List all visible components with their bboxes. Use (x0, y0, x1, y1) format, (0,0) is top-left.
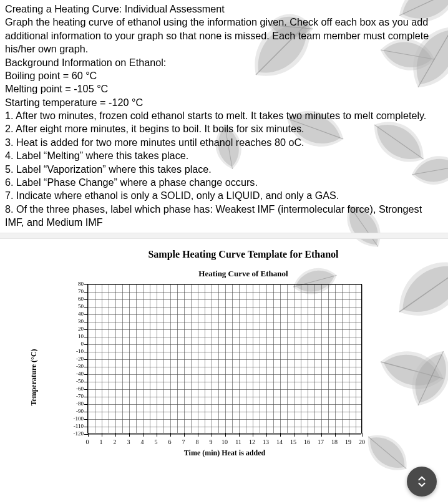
y-tick-label: -50 (69, 378, 84, 384)
y-tick-label: 30 (69, 318, 84, 324)
y-tick-label: -110 (69, 423, 84, 429)
x-tick-label: 20 (359, 439, 365, 445)
y-tick-label: -60 (69, 385, 84, 392)
x-tick-label: 12 (249, 439, 255, 445)
x-tick-label: 1 (100, 439, 103, 445)
y-axis-label: Temperature (°C) (29, 349, 39, 406)
y-tick-label: 20 (69, 326, 84, 332)
boiling-point: Boiling point = 60 °C (5, 69, 443, 82)
y-tick-label: 60 (69, 296, 84, 302)
y-tick-label: -70 (69, 393, 84, 399)
step-3: 3. Heat is added for two more minutes un… (5, 136, 443, 149)
x-tick-label: 9 (210, 439, 213, 445)
instructions-block: Creating a Heating Curve: Individual Ass… (0, 0, 448, 233)
y-tick-label: -120 (69, 430, 84, 437)
y-tick-label: -90 (69, 408, 84, 414)
intro-paragraph: Graph the heating curve of ethanol using… (5, 16, 443, 56)
y-tick-label: -40 (69, 371, 84, 377)
y-tick-label: 10 (69, 333, 84, 339)
background-heading: Background Information on Ethanol: (5, 56, 443, 69)
y-tick-label: 70 (69, 288, 84, 294)
x-tick-label: 0 (86, 439, 89, 445)
chart-container: Temperature (°C) Time (min) Heat is adde… (37, 284, 387, 471)
x-tick-label: 8 (196, 439, 199, 445)
starting-temp: Starting temperature = -120 °C (5, 96, 443, 109)
x-tick-label: 19 (345, 439, 351, 445)
x-tick-label: 18 (331, 439, 338, 445)
step-4: 4. Label “Melting” where this takes plac… (5, 149, 443, 162)
y-tick-label: -10 (69, 348, 84, 354)
x-tick-label: 5 (155, 439, 158, 445)
y-tick-label: -20 (69, 356, 84, 362)
y-tick-label: 40 (69, 311, 84, 317)
x-tick-label: 6 (168, 439, 172, 445)
x-tick-label: 10 (222, 439, 228, 445)
melting-point: Melting point = -105 °C (5, 82, 443, 95)
plot-area (87, 284, 362, 434)
y-tick-label: -30 (69, 363, 84, 369)
x-tick-label: 11 (235, 439, 241, 445)
x-tick-label: 15 (290, 439, 296, 445)
chart-section: Sample Heating Curve Template for Ethano… (0, 239, 448, 477)
x-tick-label: 16 (304, 439, 310, 445)
y-tick-label: 80 (69, 281, 84, 287)
y-tick-label: -100 (69, 415, 84, 422)
chart-serif-title: Heating Curve of Ethanol (131, 269, 356, 279)
y-tick-label: 50 (69, 303, 84, 309)
x-tick-label: 13 (263, 439, 269, 445)
step-6: 6. Label “Phase Change” where a phase ch… (5, 176, 443, 189)
y-tick-label: -80 (69, 400, 84, 407)
step-1: 1. After two minutes, frozen cold ethano… (5, 109, 443, 122)
step-5: 5. Label “Vaporization” where this takes… (5, 163, 443, 176)
step-7: 7. Indicate where ethanol is only a SOLI… (5, 189, 443, 202)
step-8: 8. Of the three phases, label which phas… (5, 203, 443, 230)
x-tick-label: 4 (141, 439, 144, 445)
page-title: Creating a Heating Curve: Individual Ass… (5, 2, 443, 16)
x-tick-label: 17 (318, 439, 324, 445)
x-axis-label: Time (min) Heat is added (184, 448, 265, 458)
x-tick-label: 7 (182, 439, 185, 445)
step-2: 2. After eight more minutes, it begins t… (5, 122, 443, 135)
section-divider (0, 233, 448, 239)
x-tick-label: 3 (127, 439, 130, 445)
chart-script-title: Sample Heating Curve Template for Ethano… (131, 249, 356, 260)
x-tick-label: 14 (276, 439, 283, 445)
chevron-up-down-icon (415, 475, 429, 477)
y-tick-label: 0 (69, 341, 84, 347)
x-tick-label: 2 (114, 439, 117, 445)
